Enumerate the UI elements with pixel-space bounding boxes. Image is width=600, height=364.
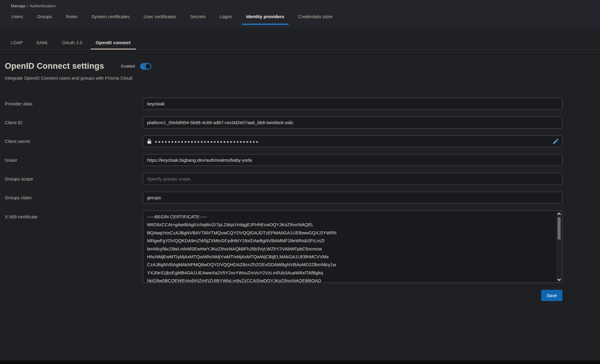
subtab-openid-connect[interactable]: OpenID connect	[96, 40, 131, 49]
oidc-settings-form: Provider alias Client ID Client secret ●…	[0, 98, 600, 301]
settings-subtitle: Integrate OpenID Connect users and group…	[5, 75, 600, 81]
sub-tab-bar: LDAP SAML OAuth 2.0 OpenID connect	[0, 28, 600, 50]
client-secret-field: ●●●●●●●●●●●●●●●●●●●●●●●●●●●●●●●●	[143, 135, 562, 147]
toggle-knob	[146, 64, 150, 69]
client-secret-edit-button[interactable]	[552, 137, 560, 145]
main-tab-bar: Users Groups Roles System certificates U…	[0, 12, 600, 25]
issuer-label: Issuer	[0, 157, 143, 163]
form-actions: Save	[0, 290, 562, 301]
groups-scope-label: Groups scope	[0, 176, 143, 181]
client-id-label: Client ID	[0, 120, 143, 125]
tab-groups[interactable]: Groups	[37, 12, 52, 25]
breadcrumb: Manage/Authentication	[0, 0, 600, 8]
client-id-row: Client ID	[0, 117, 600, 128]
x509-certificate-row: X.509 certificate -----BEGIN CERTIFICATE…	[0, 210, 600, 283]
groups-claim-row: Groups claim	[0, 192, 600, 204]
client-secret-masked-value: ●●●●●●●●●●●●●●●●●●●●●●●●●●●●●●●●	[155, 139, 259, 144]
enabled-toggle-group: Enabled	[121, 63, 151, 70]
tab-credentials-store[interactable]: Credentials store	[298, 12, 333, 25]
client-id-input[interactable]	[143, 117, 562, 128]
scrollbar-thumb[interactable]	[558, 217, 561, 240]
bottom-edge	[0, 360, 600, 364]
tab-system-certificates[interactable]: System certificates	[92, 12, 130, 25]
chevron-up-icon[interactable]	[556, 211, 562, 216]
certificate-scrollbar[interactable]	[556, 211, 562, 282]
tab-users[interactable]: Users	[11, 12, 23, 25]
issuer-input[interactable]	[143, 154, 562, 166]
app-root: Manage/Authentication Users Groups Roles…	[0, 0, 600, 364]
x509-certificate-label: X.509 certificate	[0, 210, 143, 219]
lock-icon	[147, 139, 152, 144]
tab-user-certificates[interactable]: User certificates	[144, 12, 176, 25]
save-button[interactable]: Save	[541, 290, 562, 301]
tab-identity-providers[interactable]: Identity providers	[246, 12, 284, 25]
chevron-down-icon[interactable]	[556, 277, 562, 282]
tab-roles[interactable]: Roles	[66, 12, 77, 25]
groups-claim-label: Groups claim	[0, 195, 143, 200]
provider-alias-label: Provider alias	[0, 101, 143, 106]
provider-alias-row: Provider alias	[0, 98, 600, 110]
subtab-oauth2[interactable]: OAuth 2.0	[62, 40, 82, 49]
x509-certificate-textarea[interactable]: -----BEGIN CERTIFICATE----- MIID9zCCAt+g…	[143, 210, 562, 283]
groups-claim-input[interactable]	[143, 192, 562, 204]
tab-logon[interactable]: Logon	[220, 12, 232, 25]
issuer-row: Issuer	[0, 154, 600, 166]
x509-certificate-value: -----BEGIN CERTIFICATE----- MIID9zCCAt+g…	[143, 211, 562, 283]
breadcrumb-separator: /	[25, 4, 30, 8]
provider-alias-input[interactable]	[143, 98, 562, 110]
top-bar: Manage/Authentication Users Groups Roles…	[0, 0, 600, 28]
client-secret-label: Client secret	[0, 139, 143, 144]
page-title: OpenID Connect settings	[5, 61, 104, 71]
enabled-label: Enabled	[121, 64, 135, 68]
client-secret-row: Client secret ●●●●●●●●●●●●●●●●●●●●●●●●●●…	[0, 135, 600, 147]
breadcrumb-page: Authentication	[30, 4, 55, 8]
groups-scope-row: Groups scope	[0, 173, 600, 185]
settings-header: OpenID Connect settings Enabled	[5, 61, 600, 71]
groups-scope-input[interactable]	[143, 173, 562, 185]
subtab-ldap[interactable]: LDAP	[11, 40, 23, 49]
enabled-toggle[interactable]	[140, 63, 151, 70]
breadcrumb-section[interactable]: Manage	[11, 4, 25, 8]
pencil-icon	[552, 138, 558, 144]
tab-secrets[interactable]: Secrets	[190, 12, 206, 25]
subtab-saml[interactable]: SAML	[36, 40, 49, 49]
